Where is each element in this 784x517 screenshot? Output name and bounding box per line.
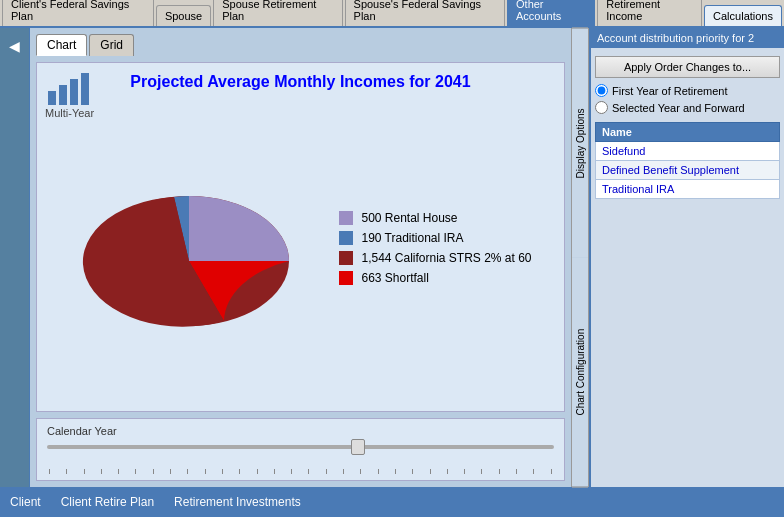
tick: [101, 469, 102, 474]
calendar-section: Calendar Year: [36, 418, 565, 481]
legend-item-shortfall: 663 Shortfall: [339, 271, 531, 285]
right-panel: Account distribution priority for 2 Appl…: [589, 28, 784, 487]
tab-spouse[interactable]: Spouse: [156, 5, 211, 26]
radio-group-order: First Year of Retirement Selected Year a…: [595, 84, 780, 114]
legend-color-strs: [339, 251, 353, 265]
bar-chart-icon: [46, 71, 94, 107]
slider-track: [47, 445, 554, 449]
tick: [205, 469, 206, 474]
display-options-tab[interactable]: Display Options: [572, 28, 588, 258]
legend-label-shortfall: 663 Shortfall: [361, 271, 428, 285]
tab-other-accounts[interactable]: Other Accounts: [507, 0, 595, 26]
tick: [395, 469, 396, 474]
apply-order-button[interactable]: Apply Order Changes to...: [595, 56, 780, 78]
account-name-traditional-ira: Traditional IRA: [596, 180, 780, 199]
tick: [66, 469, 67, 474]
bottom-bar: Client Client Retire Plan Retirement Inv…: [0, 487, 784, 517]
tick: [326, 469, 327, 474]
pie-chart: [69, 161, 309, 341]
legend-label-strs: 1,544 California STRS 2% at 60: [361, 251, 531, 265]
chart-panel: Chart Grid Multi-Year Projected Average …: [30, 28, 571, 487]
legend-color-rental: [339, 211, 353, 225]
vertical-tab-bar: Display Options Chart Configuration: [571, 28, 589, 487]
tick: [170, 469, 171, 474]
table-row: Defined Benefit Supplement: [596, 161, 780, 180]
tick: [291, 469, 292, 474]
legend-label-rental: 500 Rental House: [361, 211, 457, 225]
tab-calculations[interactable]: Calculations: [704, 5, 782, 26]
svg-rect-0: [48, 91, 56, 105]
top-tab-bar: Client's Federal Savings Plan Spouse Spo…: [0, 0, 784, 28]
bottom-link-retire-plan[interactable]: Client Retire Plan: [61, 495, 154, 509]
svg-rect-2: [70, 79, 78, 105]
bottom-link-investments[interactable]: Retirement Investments: [174, 495, 301, 509]
tick: [499, 469, 500, 474]
tick: [49, 469, 50, 474]
tab-grid[interactable]: Grid: [89, 34, 134, 56]
legend-color-ira: [339, 231, 353, 245]
table-row: Traditional IRA: [596, 180, 780, 199]
calendar-label: Calendar Year: [47, 425, 554, 437]
left-edge-bar: ◀: [0, 28, 30, 487]
tab-spouse-federal[interactable]: Spouse's Federal Savings Plan: [345, 0, 505, 26]
tick: [533, 469, 534, 474]
radio-selected-year-input[interactable]: [595, 101, 608, 114]
tick: [187, 469, 188, 474]
slider-container: [47, 445, 554, 469]
tick: [447, 469, 448, 474]
accounts-table-header: Name: [596, 123, 780, 142]
tick: [516, 469, 517, 474]
inner-tab-bar: Chart Grid: [36, 34, 565, 56]
tab-retirement-income[interactable]: Retirement Income: [597, 0, 702, 26]
tick: [274, 469, 275, 474]
tick: [551, 469, 552, 474]
account-name-sidefund: Sidefund: [596, 142, 780, 161]
legend-color-shortfall: [339, 271, 353, 285]
chart-title: Projected Average Monthly Incomes for 20…: [47, 73, 554, 91]
legend-item-ira: 190 Traditional IRA: [339, 231, 531, 245]
tick: [222, 469, 223, 474]
tick: [343, 469, 344, 474]
legend-item-strs: 1,544 California STRS 2% at 60: [339, 251, 531, 265]
tick: [308, 469, 309, 474]
account-name-defined-benefit: Defined Benefit Supplement: [596, 161, 780, 180]
tick: [464, 469, 465, 474]
tick: [135, 469, 136, 474]
tab-spouse-retirement[interactable]: Spouse Retirement Plan: [213, 0, 342, 26]
legend-label-ira: 190 Traditional IRA: [361, 231, 463, 245]
legend-item-rental: 500 Rental House: [339, 211, 531, 225]
pie-chart-section: 500 Rental House 190 Traditional IRA 1,5…: [47, 101, 554, 401]
chart-icon-area: Multi-Year: [45, 71, 94, 119]
svg-rect-1: [59, 85, 67, 105]
radio-first-year-input[interactable]: [595, 84, 608, 97]
collapse-arrow[interactable]: ◀: [9, 38, 20, 54]
tab-chart[interactable]: Chart: [36, 34, 87, 56]
tick: [378, 469, 379, 474]
table-row: Sidefund: [596, 142, 780, 161]
slider-ticks: [47, 469, 554, 474]
tick: [481, 469, 482, 474]
chart-legend: 500 Rental House 190 Traditional IRA 1,5…: [339, 211, 531, 291]
radio-first-year-label: First Year of Retirement: [612, 85, 728, 97]
tick: [84, 469, 85, 474]
chart-configuration-tab[interactable]: Chart Configuration: [572, 258, 588, 488]
tick: [257, 469, 258, 474]
tick: [360, 469, 361, 474]
panel-header: Account distribution priority for 2: [591, 28, 784, 48]
tick: [153, 469, 154, 474]
chart-content-area: Multi-Year Projected Average Monthly Inc…: [36, 62, 565, 412]
tab-clients-federal[interactable]: Client's Federal Savings Plan: [2, 0, 154, 26]
multi-year-label: Multi-Year: [45, 107, 94, 119]
slider-thumb[interactable]: [351, 439, 365, 455]
radio-selected-year: Selected Year and Forward: [595, 101, 780, 114]
tick: [239, 469, 240, 474]
bottom-link-client[interactable]: Client: [10, 495, 41, 509]
radio-selected-year-label: Selected Year and Forward: [612, 102, 745, 114]
tick: [118, 469, 119, 474]
accounts-table: Name Sidefund Defined Benefit Supplement…: [595, 122, 780, 199]
tick: [412, 469, 413, 474]
svg-rect-3: [81, 73, 89, 105]
radio-first-year: First Year of Retirement: [595, 84, 780, 97]
tick: [430, 469, 431, 474]
panel-body: Apply Order Changes to... First Year of …: [591, 52, 784, 203]
